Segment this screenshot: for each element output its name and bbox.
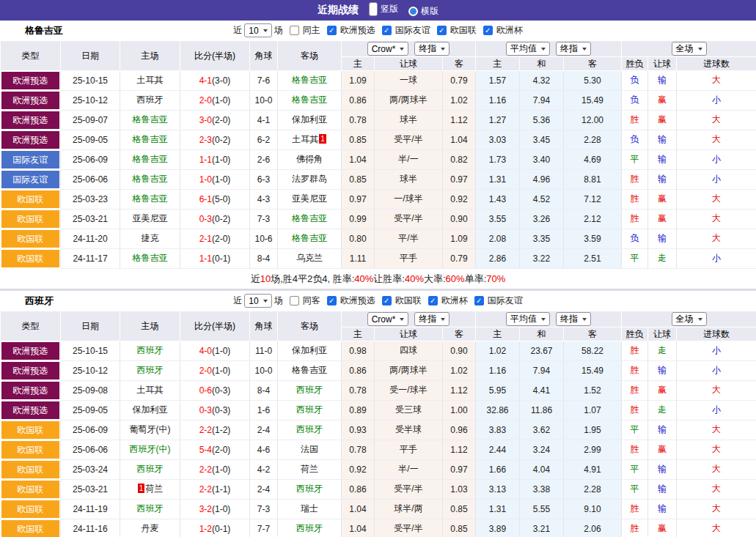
euro-away-odds: 4.91 — [564, 459, 622, 479]
team-link[interactable]: 西班牙 — [137, 464, 164, 474]
competition-checkbox[interactable]: ✓ — [437, 26, 447, 35]
match-date: 25-06-06 — [61, 440, 120, 459]
score-cell: 1-1(0-1) — [180, 248, 250, 268]
team-link[interactable]: 乌克兰 — [296, 253, 323, 263]
team-link[interactable]: 西班牙 — [296, 385, 323, 395]
team-link[interactable]: 1荷兰 — [137, 484, 164, 494]
euro-final-select[interactable]: 终指 — [556, 42, 591, 56]
competition-checkbox[interactable]: ✓ — [483, 26, 493, 35]
same-venue-checkbox[interactable] — [290, 296, 299, 305]
rank-badge: 1 — [138, 484, 145, 493]
corner-score: 7-3 — [250, 209, 278, 229]
team-link[interactable]: 西班牙 — [137, 345, 164, 355]
goals-result-cell: 大 — [677, 189, 756, 209]
rank-badge: 1 — [319, 134, 326, 144]
section-header: 西班牙近10场同客✓欧洲预选✓欧国联✓欧洲杯✓国际友谊 — [0, 291, 756, 311]
full-score: 0-6 — [199, 385, 212, 396]
team-link[interactable]: 西班牙(中) — [130, 444, 171, 454]
team-link[interactable]: 丹麦 — [142, 523, 159, 533]
team-name-text: 格鲁吉亚 — [292, 213, 327, 223]
chevron-down-icon — [263, 300, 268, 303]
team-link[interactable]: 西班牙 — [137, 503, 164, 514]
team-link[interactable]: 格鲁吉亚 — [292, 95, 327, 105]
result-cell: 胜 — [622, 519, 648, 537]
team-link[interactable]: 土耳其 — [137, 385, 164, 395]
team-link[interactable]: 西班牙 — [296, 523, 323, 533]
scope-select[interactable]: 全场 — [672, 312, 707, 326]
team-link[interactable]: 捷克 — [142, 233, 159, 243]
team-link[interactable]: 格鲁吉亚 — [133, 114, 168, 125]
competition-checkbox[interactable]: ✓ — [474, 296, 484, 305]
team-name-text: 土耳其 — [137, 75, 164, 85]
euro-draw-odds: 4.32 — [520, 71, 564, 91]
corner-score: 6-2 — [250, 130, 278, 149]
team-link[interactable]: 佛得角 — [296, 154, 323, 164]
team-link[interactable]: 荷兰 — [301, 464, 318, 474]
asian-final-select[interactable]: 终指 — [414, 42, 449, 56]
table-row: 欧洲预选25-09-08土耳其0-6(0-3)8-4西班牙0.78受一/球半1.… — [1, 380, 756, 400]
team-link[interactable]: 格鲁吉亚 — [292, 213, 327, 223]
competition-checkbox[interactable]: ✓ — [382, 26, 392, 35]
result-cell: 胜 — [622, 400, 648, 420]
team-link[interactable]: 亚美尼亚 — [133, 213, 168, 223]
team-name-text: 保加利亚 — [292, 114, 327, 125]
dropdown-group: Crow*终指 — [342, 42, 475, 56]
team-link[interactable]: 亚美尼亚 — [292, 193, 327, 204]
team-link[interactable]: 保加利亚 — [292, 345, 327, 355]
team-link[interactable]: 土耳其1 — [292, 134, 327, 144]
team-link[interactable]: 保加利亚 — [133, 404, 168, 415]
team-link[interactable]: 格鲁吉亚 — [133, 134, 168, 144]
team-link[interactable]: 法国 — [301, 444, 318, 454]
type-cell: 欧国联 — [1, 209, 61, 229]
euro-odds-source-select[interactable]: 平均值 — [506, 42, 550, 56]
chevron-down-icon — [263, 29, 268, 32]
goals-result-cell: 大 — [677, 110, 756, 130]
team-link[interactable]: 格鲁吉亚 — [133, 174, 168, 184]
score-cell: 4-0(1-0) — [180, 341, 250, 361]
handicap-line: 受一/球半 — [375, 380, 443, 400]
table-row: 欧国联25-03-23格鲁吉亚6-1(5-0)4-3亚美尼亚0.97一/球半0.… — [1, 189, 756, 209]
competition-checkbox[interactable]: ✓ — [327, 26, 337, 35]
recent-count-select[interactable]: 10 — [244, 294, 271, 308]
asian-final-select[interactable]: 终指 — [414, 312, 449, 326]
euro-draw-odds: 7.94 — [520, 90, 564, 110]
team-link[interactable]: 格鲁吉亚 — [292, 233, 327, 243]
same-venue-checkbox[interactable] — [290, 26, 299, 35]
team-link[interactable]: 西班牙 — [137, 95, 164, 105]
layout-radio[interactable]: 横版 — [408, 5, 438, 18]
team-link[interactable]: 格鲁吉亚 — [133, 193, 168, 204]
asian-odds-source-select[interactable]: Crow* — [367, 42, 409, 56]
euro-final-select[interactable]: 终指 — [556, 312, 591, 326]
team-link[interactable]: 葡萄牙(中) — [130, 424, 171, 434]
team-link[interactable]: 西班牙 — [296, 404, 323, 415]
layout-radio[interactable]: 竖版 — [369, 2, 398, 16]
team-name-text: 格鲁吉亚 — [133, 154, 168, 164]
column-header: 类型 — [1, 311, 61, 341]
asian-odds-source-select[interactable]: Crow* — [367, 312, 409, 326]
team-link[interactable]: 瑞士 — [301, 503, 318, 514]
corner-score: 7-3 — [250, 499, 278, 519]
team-link[interactable]: 西班牙 — [296, 484, 323, 494]
team-link[interactable]: 西班牙 — [137, 365, 164, 375]
competition-checkbox[interactable]: ✓ — [428, 296, 438, 305]
result-cell: 胜 — [622, 189, 648, 209]
match-date: 25-10-15 — [61, 71, 120, 91]
asian-home-odds: 0.92 — [342, 459, 375, 479]
team-link[interactable]: 格鲁吉亚 — [133, 154, 168, 164]
away-team-cell: 格鲁吉亚 — [278, 229, 342, 248]
summary-segment: 40% — [405, 273, 424, 284]
handicap-result-cell: 赢 — [648, 189, 677, 209]
competition-checkbox[interactable]: ✓ — [382, 296, 392, 305]
scope-select[interactable]: 全场 — [672, 42, 707, 56]
team-name-text: 西班牙 — [296, 424, 323, 434]
recent-count-select[interactable]: 10 — [244, 23, 271, 37]
competition-checkbox[interactable]: ✓ — [327, 296, 337, 305]
team-link[interactable]: 格鲁吉亚 — [292, 365, 327, 375]
team-link[interactable]: 保加利亚 — [292, 114, 327, 125]
euro-odds-source-select[interactable]: 平均值 — [506, 312, 550, 326]
team-link[interactable]: 格鲁吉亚 — [292, 75, 327, 85]
team-link[interactable]: 格鲁吉亚 — [133, 253, 168, 263]
team-link[interactable]: 法罗群岛 — [292, 174, 327, 184]
team-link[interactable]: 土耳其 — [137, 75, 164, 85]
team-link[interactable]: 西班牙 — [296, 424, 323, 434]
